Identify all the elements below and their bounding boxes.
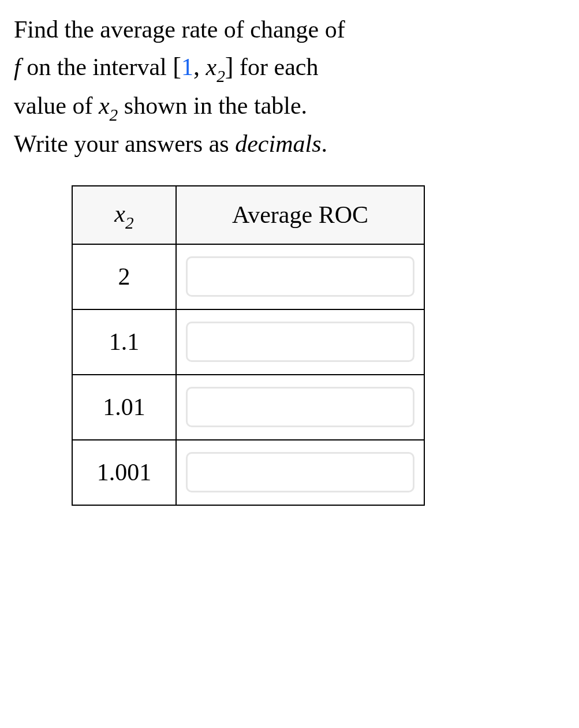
x2-value: 2 [72, 244, 176, 309]
problem-text-4: value of [14, 92, 92, 119]
interval-start: 1 [181, 54, 193, 80]
function-symbol: f [14, 54, 21, 80]
problem-text-2: on the interval [27, 54, 167, 80]
interval-comma: , [193, 53, 200, 81]
table-row: 1.001 [72, 440, 424, 505]
period: . [322, 130, 328, 157]
table-row: 1.1 [72, 309, 424, 375]
roc-input-row-1[interactable] [186, 256, 414, 297]
roc-input-row-3[interactable] [186, 387, 414, 427]
interval-end-var: x2 [206, 54, 225, 80]
problem-statement: Find the average rate of change of f on … [14, 12, 565, 162]
roc-cell [176, 375, 424, 440]
roc-table: x2 Average ROC 2 1.1 1.01 1.001 [72, 185, 425, 506]
problem-text-5: shown in the table. [124, 92, 307, 119]
x2-value: 1.001 [72, 440, 176, 505]
roc-cell [176, 309, 424, 375]
interval-close-bracket: ] [225, 53, 234, 81]
problem-text-3: for each [240, 54, 318, 80]
roc-input-row-4[interactable] [186, 452, 414, 492]
decimals-emphasis: decimals [235, 130, 321, 157]
roc-input-row-2[interactable] [186, 322, 414, 362]
problem-text-6: Write your answers as [14, 130, 229, 157]
interval-open-bracket: [ [173, 53, 181, 81]
problem-text-1: Find the average rate of change of [14, 16, 345, 43]
x2-value: 1.1 [72, 309, 176, 375]
header-x2: x2 [72, 186, 176, 244]
roc-cell [176, 244, 424, 309]
x2-var-inline: x2 [99, 92, 118, 119]
table-row: 1.01 [72, 375, 424, 440]
x2-value: 1.01 [72, 375, 176, 440]
table-row: 2 [72, 244, 424, 309]
roc-cell [176, 440, 424, 505]
header-roc: Average ROC [176, 186, 424, 244]
